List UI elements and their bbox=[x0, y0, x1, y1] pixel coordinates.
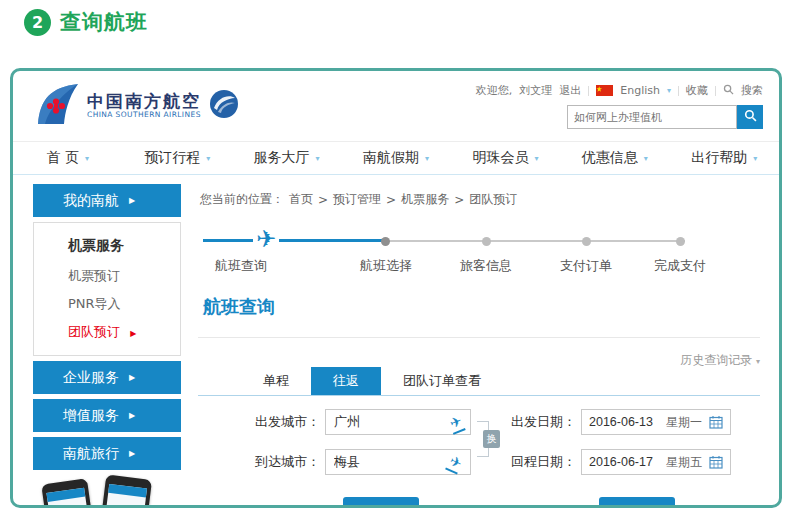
brand-text: 中国南方航空 CHINA SOUTHERN AIRLINES bbox=[87, 92, 201, 120]
submit-button-right[interactable] bbox=[599, 497, 675, 508]
arrive-city-input[interactable] bbox=[326, 455, 426, 470]
chevron-down-icon: ▾ bbox=[667, 86, 671, 95]
nav-item-pearl-member[interactable]: 明珠会员 ▾ bbox=[451, 142, 560, 174]
depart-date-label: 出发日期： bbox=[491, 409, 576, 435]
sidebar-label: 我的南航 bbox=[63, 192, 119, 210]
depart-city-label: 出发城市： bbox=[235, 409, 320, 435]
breadcrumb-home[interactable]: 首页 bbox=[289, 191, 313, 208]
submenu-item-pnr-import[interactable]: PNR导入 bbox=[34, 290, 180, 318]
main-nav: 首 页 ▾ 预订行程 ▾ 服务大厅 ▾ 南航假期 ▾ 明珠会员 ▾ 优惠信息 ▾… bbox=[13, 141, 779, 175]
progress-dot bbox=[381, 237, 390, 246]
step-number-badge: 2 bbox=[24, 9, 51, 36]
nav-label: 明珠会员 bbox=[472, 149, 528, 167]
chevron-down-icon: ▾ bbox=[85, 154, 89, 163]
return-date-input[interactable] bbox=[589, 455, 661, 469]
progress-line-inactive bbox=[385, 240, 685, 242]
step-passenger-info: 旅客信息 bbox=[460, 257, 512, 275]
progress-line-active bbox=[203, 239, 385, 242]
chevron-down-icon: ▾ bbox=[316, 154, 320, 163]
site-search-button[interactable] bbox=[737, 105, 763, 129]
tailfin-logo-icon bbox=[35, 83, 79, 129]
nav-label: 预订行程 bbox=[144, 149, 200, 167]
nav-label: 出行帮助 bbox=[691, 149, 747, 167]
nav-item-home[interactable]: 首 页 ▾ bbox=[13, 142, 122, 174]
calendar-icon[interactable] bbox=[709, 415, 723, 429]
nav-item-promotions[interactable]: 优惠信息 ▾ bbox=[560, 142, 669, 174]
nav-label: 南航假期 bbox=[363, 149, 419, 167]
trip-type-tabs: 单程 往返 团队订单查看 bbox=[241, 367, 503, 395]
nav-item-booking[interactable]: 预订行程 ▾ bbox=[122, 142, 231, 174]
step-flight-select: 航班选择 bbox=[360, 257, 412, 275]
return-weekday: 星期五 bbox=[666, 454, 702, 471]
username-link[interactable]: 刘文理 bbox=[519, 83, 552, 98]
arrow-right-icon: ▶ bbox=[129, 373, 135, 382]
nav-label: 服务大厅 bbox=[254, 149, 310, 167]
site-search-input[interactable] bbox=[567, 105, 737, 129]
chevron-down-icon: ▾ bbox=[206, 154, 210, 163]
depart-city-box: ✈ bbox=[325, 409, 471, 435]
step-title: 查询航班 bbox=[60, 8, 148, 36]
nav-item-service-hall[interactable]: 服务大厅 ▾ bbox=[232, 142, 341, 174]
nav-item-travel-help[interactable]: 出行帮助 ▾ bbox=[670, 142, 779, 174]
page-title: 航班查询 bbox=[203, 295, 275, 319]
chevron-down-icon: ▾ bbox=[534, 154, 538, 163]
tab-roundtrip[interactable]: 往返 bbox=[311, 367, 381, 395]
divider bbox=[198, 395, 760, 396]
depart-date-input[interactable] bbox=[589, 415, 661, 429]
breadcrumb-ticket-service[interactable]: 机票服务 bbox=[401, 191, 449, 208]
sidebar-item-my-csair[interactable]: 我的南航 ▶ bbox=[33, 184, 181, 217]
progress-dot bbox=[482, 237, 491, 246]
topbar: 欢迎您, 刘文理 退出 English ▾ 收藏 搜索 bbox=[476, 83, 763, 98]
sidebar-label: 南航旅行 bbox=[63, 445, 119, 463]
breadcrumb-separator: > bbox=[454, 193, 464, 207]
depart-city-input[interactable] bbox=[326, 415, 426, 430]
landing-icon[interactable]: ✈ bbox=[448, 453, 464, 471]
nav-label: 优惠信息 bbox=[582, 149, 638, 167]
nav-item-holidays[interactable]: 南航假期 ▾ bbox=[341, 142, 450, 174]
history-label: 历史查询记录 bbox=[680, 353, 752, 367]
submenu-item-group-booking[interactable]: 团队预订 ▶ bbox=[34, 318, 180, 346]
plane-progress-icon: ✈ bbox=[253, 226, 279, 252]
step-payment-done: 完成支付 bbox=[654, 257, 706, 275]
arrow-right-icon: ▶ bbox=[129, 449, 135, 458]
sidebar: 我的南航 ▶ 机票服务 机票预订 PNR导入 团队预订 ▶ 企业服务 ▶ 增值服… bbox=[33, 184, 181, 508]
breadcrumb-separator: > bbox=[318, 193, 328, 207]
sidebar-item-value-added[interactable]: 增值服务 ▶ bbox=[33, 399, 181, 432]
sidebar-submenu: 机票服务 机票预订 PNR导入 团队预订 ▶ bbox=[33, 222, 181, 356]
skyteam-logo-icon bbox=[209, 89, 239, 123]
chevron-down-icon: ▾ bbox=[756, 357, 760, 366]
site-search bbox=[567, 105, 763, 129]
return-date-box: 星期五 bbox=[581, 449, 731, 475]
tab-oneway[interactable]: 单程 bbox=[241, 367, 311, 395]
phone-image bbox=[96, 475, 152, 508]
breadcrumb-booking-mgmt[interactable]: 预订管理 bbox=[333, 191, 381, 208]
calendar-icon[interactable] bbox=[709, 455, 723, 469]
browser-frame: 中国南方航空 CHINA SOUTHERN AIRLINES 欢迎您, 刘文理 … bbox=[10, 68, 782, 508]
booking-progress-steps: ✈ 航班查询 航班选择 旅客信息 支付订单 完成支付 bbox=[203, 221, 695, 275]
divider bbox=[678, 86, 679, 96]
logout-link[interactable]: 退出 bbox=[559, 83, 581, 98]
breadcrumb: 您当前的位置： 首页 > 预订管理 > 机票服务 > 团队预订 bbox=[200, 191, 517, 208]
language-selector[interactable]: English bbox=[620, 84, 660, 97]
step-header: 2 查询航班 bbox=[24, 8, 148, 36]
welcome-text: 欢迎您, bbox=[476, 83, 513, 98]
favorites-link[interactable]: 收藏 bbox=[686, 83, 708, 98]
tab-group-orders[interactable]: 团队订单查看 bbox=[381, 367, 503, 395]
submenu-item-ticket-booking[interactable]: 机票预订 bbox=[34, 262, 180, 290]
sidebar-label: 企业服务 bbox=[63, 369, 119, 387]
progress-dot bbox=[676, 237, 685, 246]
brand-name-cn: 中国南方航空 bbox=[87, 92, 201, 112]
breadcrumb-group-booking[interactable]: 团队预订 bbox=[469, 191, 517, 208]
takeoff-icon[interactable]: ✈ bbox=[448, 413, 464, 430]
search-link[interactable]: 搜索 bbox=[741, 83, 763, 98]
breadcrumb-separator: > bbox=[386, 193, 396, 207]
arrow-right-icon: ▶ bbox=[129, 196, 135, 205]
sidebar-item-enterprise[interactable]: 企业服务 ▶ bbox=[33, 361, 181, 394]
depart-weekday: 星期一 bbox=[666, 414, 702, 431]
return-date-label: 回程日期： bbox=[491, 449, 576, 475]
step-pay-order: 支付订单 bbox=[560, 257, 612, 275]
mobile-app-promo-image bbox=[33, 475, 181, 508]
sidebar-item-travel[interactable]: 南航旅行 ▶ bbox=[33, 437, 181, 470]
brand-logo[interactable]: 中国南方航空 CHINA SOUTHERN AIRLINES bbox=[35, 83, 239, 129]
submit-button-left[interactable] bbox=[343, 497, 419, 508]
